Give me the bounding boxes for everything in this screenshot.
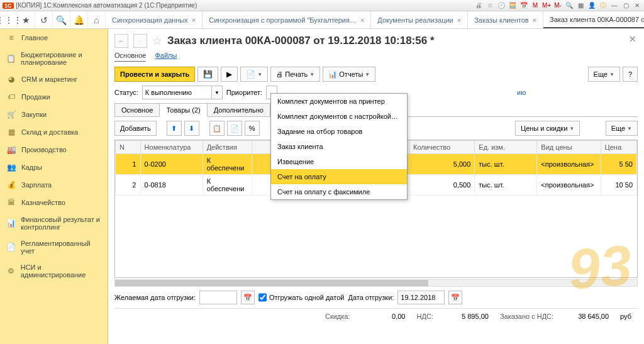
inner-tab-goods[interactable]: Товары (2) [159, 103, 207, 117]
reports-button[interactable]: 📊 Отчеты▼ [323, 67, 375, 82]
menu-item[interactable]: Комплект документов на принтер [271, 94, 407, 109]
star-icon[interactable]: ★ [18, 11, 35, 28]
close-icon[interactable]: × [360, 16, 364, 24]
close-icon[interactable]: ✕ [633, 1, 641, 10]
menu-item[interactable]: Счет на оплату с факсимиле [271, 184, 407, 199]
print-icon[interactable]: 🖨 [474, 1, 483, 10]
clock-icon[interactable]: 🕘 [497, 1, 506, 10]
prices-button[interactable]: Цены и скидки▼ [515, 121, 580, 136]
date-picker-icon[interactable]: 📅 [241, 291, 255, 304]
sidebar-item-warehouse[interactable]: ▦Склад и доставка [0, 123, 108, 141]
horizontal-scrollbar[interactable] [114, 279, 638, 287]
paste-button[interactable]: 📄 [227, 121, 242, 136]
info-icon[interactable]: ⓘ [599, 1, 608, 10]
help-button[interactable]: ? [623, 67, 638, 82]
bell-icon[interactable]: 🔔 [70, 11, 88, 28]
home-icon[interactable]: ⌂ [88, 11, 106, 28]
status-input[interactable] [142, 86, 211, 99]
inner-tab-main[interactable]: Основное [114, 103, 160, 116]
search-icon[interactable]: 🔍 [53, 11, 70, 28]
close-icon[interactable]: × [533, 16, 536, 24]
menu-item[interactable]: Заказ клиента [271, 139, 407, 154]
sidebar-item-production[interactable]: 🏭Производство [0, 141, 108, 158]
close-icon[interactable]: × [192, 16, 196, 24]
close-icon[interactable]: × [457, 16, 461, 24]
tab-0[interactable]: Синхронизация данных× [106, 11, 203, 28]
subtab-files[interactable]: Файлы [155, 52, 177, 62]
back-button[interactable]: ← [114, 34, 128, 48]
menu-item[interactable]: Комплект документов с настройкой… [271, 109, 407, 124]
sidebar-item-sales[interactable]: 🏷Продажи [0, 88, 108, 106]
maximize-icon[interactable]: ▢ [621, 1, 630, 10]
single-date-checkbox[interactable]: Отгружать одной датой [258, 291, 344, 304]
sidebar-item-purchases[interactable]: 🛒Закупки [0, 106, 108, 123]
tab-3[interactable]: Заказы клиентов× [468, 11, 543, 28]
main-toolbar: ⋮⋮⋮ ★ ↺ 🔍 🔔 ⌂ Синхронизация данных× Синх… [0, 11, 644, 29]
col-n[interactable]: N [116, 141, 141, 154]
copy-button[interactable]: 📋 [209, 121, 225, 136]
report-icon: 📊 [328, 70, 337, 79]
sidebar-item-finance[interactable]: 📊Финансовый результат и контроллинг [0, 211, 108, 235]
move-up-button[interactable]: ⬆ [167, 121, 182, 136]
sidebar-item-main[interactable]: ≡Главное [0, 29, 108, 47]
col-qty[interactable]: Количество [409, 141, 475, 154]
more-button[interactable]: Еще▼ [588, 67, 620, 82]
menu-item[interactable]: Извещение [271, 154, 407, 169]
table-more-button[interactable]: Еще▼ [606, 121, 638, 136]
m-minus-icon[interactable]: M- [553, 1, 562, 10]
subtab-main[interactable]: Основное [114, 52, 146, 62]
tab-1[interactable]: Синхронизация с программой "Бухгалтерия…… [203, 11, 371, 28]
col-pt[interactable]: Вид цены [537, 141, 601, 154]
col-act[interactable]: Действия [203, 141, 252, 154]
fav-icon[interactable]: ☆ [486, 1, 494, 10]
forward-button[interactable]: → [133, 34, 147, 48]
percent-button[interactable]: % [245, 121, 260, 136]
menu-item-invoice[interactable]: Счет на оплату [271, 169, 407, 184]
col-nom[interactable]: Номенклатура [140, 141, 203, 154]
inner-tab-additional[interactable]: Дополнительно [207, 103, 270, 116]
zoom-icon[interactable]: 🔍 [565, 1, 574, 10]
history-icon[interactable]: ↺ [35, 11, 53, 28]
priority-label: Приоритет: [226, 89, 262, 96]
factory-icon: 🏭 [6, 145, 16, 154]
ship-date-picker-icon[interactable]: 📅 [448, 291, 462, 304]
sales-icon: 🏷 [6, 92, 16, 101]
print-button[interactable]: 🖨 Печать▼ [270, 67, 320, 82]
calendar-icon[interactable]: 📅 [519, 1, 528, 10]
truncated-link[interactable]: ию [517, 89, 526, 96]
sidebar-item-hr[interactable]: 👥Кадры [0, 158, 108, 176]
m-plus-icon[interactable]: M+ [542, 1, 551, 10]
sidebar-item-regulated[interactable]: 📄Регламентированный учет [0, 235, 108, 259]
tab-4[interactable]: Заказ клиента 00КА-000087 от 19.12.2018 … [543, 11, 644, 28]
sidebar-item-treasury[interactable]: 🏛Казначейство [0, 194, 108, 211]
create-icon: 📄 [246, 70, 255, 79]
cart-icon: 🛒 [6, 110, 16, 119]
move-down-button[interactable]: ⬇ [184, 121, 199, 136]
sidebar-item-crm[interactable]: ◕CRM и маркетинг [0, 70, 108, 88]
menu-item[interactable]: Задание на отбор товаров [271, 124, 407, 139]
favorite-star-icon[interactable]: ☆ [152, 34, 162, 48]
post-icon: ▶ [226, 70, 232, 79]
ship-date-input[interactable] [397, 291, 445, 304]
user-icon[interactable]: 👤 [587, 1, 596, 10]
post-button[interactable]: ▶ [221, 67, 238, 82]
sidebar-item-budget[interactable]: 📋Бюджетирование и планирование [0, 47, 108, 70]
sidebar-item-salary[interactable]: 💰Зарплата [0, 176, 108, 194]
close-page-icon[interactable]: ✕ [629, 34, 636, 44]
chart-icon: 📊 [6, 219, 16, 228]
minimize-icon[interactable]: — [610, 1, 619, 10]
save-button[interactable]: 💾 [197, 67, 218, 82]
status-dropdown-icon[interactable]: ▼ [211, 86, 223, 99]
add-button[interactable]: Добавить [114, 121, 157, 136]
tab-2[interactable]: Документы реализации× [371, 11, 468, 28]
wish-date-input[interactable] [199, 291, 237, 304]
calc-icon[interactable]: 🧮 [508, 1, 517, 10]
m-icon[interactable]: M [531, 1, 540, 10]
col-unit[interactable]: Ед. изм. [475, 141, 537, 154]
table-icon[interactable]: ▦ [576, 1, 585, 10]
apps-icon[interactable]: ⋮⋮⋮ [0, 11, 18, 28]
col-price[interactable]: Цена [601, 141, 636, 154]
create-based-button[interactable]: 📄▼ [240, 67, 268, 82]
post-and-close-button[interactable]: Провести и закрыть [114, 67, 195, 82]
sidebar-item-nsi[interactable]: ⚙НСИ и администрирование [0, 259, 108, 283]
